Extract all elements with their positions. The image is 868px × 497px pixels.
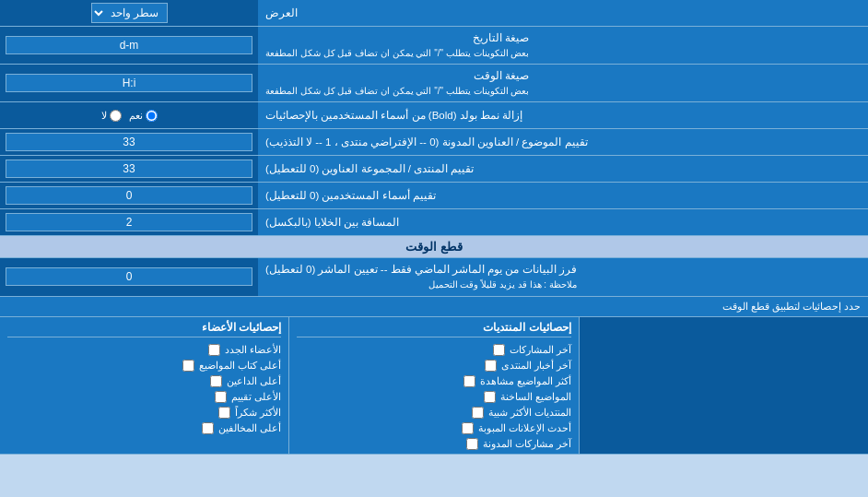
stat-member-5-checkbox[interactable] <box>218 407 230 419</box>
stat-forum-5: المنتديات الأكثر شبية <box>297 407 570 419</box>
cell-spacing-input-cell <box>0 209 258 235</box>
date-format-label: صيغة التاريخبعض التكوينات يتطلب "/" التي… <box>258 27 868 64</box>
stat-forum-3: أكثر المواضيع مشاهدة <box>297 375 570 387</box>
stat-forum-3-checkbox[interactable] <box>463 375 475 387</box>
remove-bold-input-cell: نعم لا <box>0 102 258 128</box>
cell-spacing-input[interactable] <box>6 213 252 231</box>
usernames-order-input-cell <box>0 183 258 208</box>
time-format-label: صيغة الوقتبعض التكوينات يتطلب "/" التي ي… <box>258 65 868 101</box>
stats-members-header: إحصائيات الأعضاء <box>7 321 281 337</box>
stats-empty-col <box>579 317 868 454</box>
stat-forum-2-checkbox[interactable] <box>485 360 497 372</box>
stat-member-4-checkbox[interactable] <box>215 391 227 403</box>
date-format-input[interactable] <box>6 36 252 54</box>
usernames-order-input[interactable] <box>6 186 252 205</box>
stat-forum-7: آخر مشاركات المدونة <box>297 438 570 450</box>
forum-address-input[interactable] <box>6 160 252 178</box>
stats-columns-row: إحصائيات المنتديات آخر المشاركات آخر أخب… <box>0 317 868 455</box>
stat-forum-5-checkbox[interactable] <box>472 407 484 419</box>
cutoff-section-header: قطع الوقت <box>0 236 868 258</box>
remove-bold-yes-radio[interactable] <box>146 110 158 122</box>
remove-bold-label: إزالة نمط بولد (Bold) من أسماء المستخدمي… <box>258 102 868 128</box>
date-format-input-cell <box>0 27 258 64</box>
remove-bold-yes-label[interactable]: نعم <box>129 110 158 122</box>
topic-address-input[interactable] <box>6 133 252 151</box>
cutoff-label: فرز البيانات من يوم الماشر الماضي فقط --… <box>258 258 868 295</box>
topic-address-input-cell <box>0 129 258 155</box>
stat-member-6: أعلى المخالفين <box>7 422 281 434</box>
stat-member-3: أعلى الداعين <box>7 375 281 387</box>
stat-forum-2: آخر أخبار المنتدى <box>297 360 570 372</box>
remove-bold-radio-group: نعم لا <box>101 110 158 122</box>
stat-member-5: الأكثر شكراً <box>7 407 281 419</box>
display-select[interactable]: سطر واحد سطرين ثلاثة أسطر <box>91 3 168 23</box>
time-format-input-cell <box>0 65 258 101</box>
cutoff-input-cell <box>0 258 258 295</box>
stat-member-2-checkbox[interactable] <box>182 360 194 372</box>
remove-bold-no-label[interactable]: لا <box>101 110 122 122</box>
stat-forum-4: المواضيع الساخنة <box>297 391 570 403</box>
stat-forum-6-checkbox[interactable] <box>462 422 474 434</box>
topic-address-label: تقييم الموضوع / العناوين المدونة (0 -- ا… <box>258 129 868 155</box>
stat-member-1-checkbox[interactable] <box>208 344 220 356</box>
stat-member-1: الأعضاء الجدد <box>7 344 281 356</box>
stats-forums-col: إحصائيات المنتديات آخر المشاركات آخر أخب… <box>288 317 578 454</box>
stat-forum-6: أحدث الإعلانات المبوبة <box>297 422 570 434</box>
cutoff-input[interactable] <box>6 267 252 286</box>
forum-address-label: تقييم المنتدى / المجموعة العناوين (0 للت… <box>258 156 868 182</box>
display-dropdown-cell: سطر واحد سطرين ثلاثة أسطر <box>0 0 258 26</box>
stats-members-col: إحصائيات الأعضاء الأعضاء الجدد أعلى كتاب… <box>0 317 288 454</box>
stat-member-6-checkbox[interactable] <box>202 422 214 434</box>
stat-forum-1: آخر المشاركات <box>297 344 570 356</box>
stat-forum-1-checkbox[interactable] <box>493 344 505 356</box>
stat-member-3-checkbox[interactable] <box>210 375 222 387</box>
cell-spacing-label: المسافة بين الخلايا (بالبكسل) <box>258 209 868 235</box>
forum-address-input-cell <box>0 156 258 182</box>
display-label: العرض <box>258 0 868 26</box>
limit-label: حدد إحصائيات لتطبيق قطع الوقت <box>7 301 861 313</box>
stat-forum-7-checkbox[interactable] <box>466 438 478 450</box>
stat-forum-4-checkbox[interactable] <box>484 391 496 403</box>
stats-forums-header: إحصائيات المنتديات <box>297 321 570 337</box>
stat-member-4: الأعلى تقييم <box>7 391 281 403</box>
limit-row: حدد إحصائيات لتطبيق قطع الوقت <box>0 297 868 317</box>
stat-member-2: أعلى كتاب المواضيع <box>7 360 281 372</box>
remove-bold-no-radio[interactable] <box>110 110 122 122</box>
usernames-order-label: تقييم أسماء المستخدمين (0 للتعطيل) <box>258 183 868 208</box>
time-format-input[interactable] <box>6 74 252 92</box>
